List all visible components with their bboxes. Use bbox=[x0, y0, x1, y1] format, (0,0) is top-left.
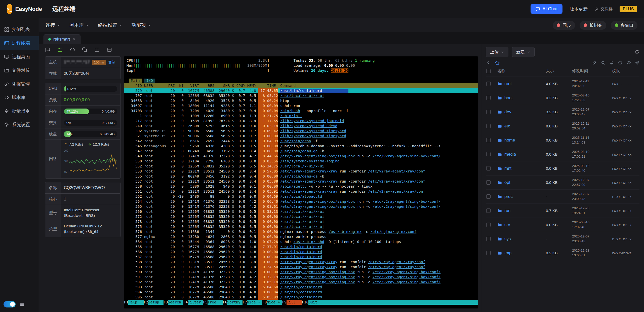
process-row-547[interactable]: 547 root 20 0 80248 3456 3192 S 0.0 0.4 … bbox=[127, 149, 475, 154]
status-chip-同步[interactable]: 同步 bbox=[553, 21, 575, 30]
file-row-media[interactable]: media0.0 KB2025-08-1017:02:21rwxr-xr-x bbox=[486, 147, 639, 161]
file-name[interactable]: home bbox=[504, 138, 515, 143]
row-checkbox[interactable] bbox=[486, 180, 491, 185]
fkey-action-Nice+[interactable]: Nice + bbox=[267, 300, 282, 305]
edit-icon[interactable] bbox=[592, 60, 597, 65]
path-link[interactable]: /etc/v2ray-agent/xray/conf bbox=[368, 265, 425, 269]
process-row-552[interactable]: 552 root 20 0 1256M 63832 35320 S 0.0 6.… bbox=[127, 164, 475, 169]
process-row-572[interactable]: 572 root 20 0 1256M 63832 35320 S 0.0 6.… bbox=[127, 214, 475, 219]
path-link[interactable]: /lib/systemd/systemd-timesyncd bbox=[280, 134, 346, 138]
status-chip-长指令[interactable]: 长指令 bbox=[580, 21, 606, 30]
row-checkbox[interactable] bbox=[486, 166, 491, 170]
path-link[interactable]: /etc/v2ray-agent/sing-box/sing-box bbox=[280, 280, 355, 284]
process-row-566[interactable]: 566 root 20 0 1256M 63832 35320 S 0.0 6.… bbox=[127, 209, 475, 214]
process-row-545[interactable]: 545 messagebus 20 0 9268 4936 4308 S 0.0… bbox=[127, 144, 475, 149]
column-header-3[interactable]: 权限 bbox=[612, 68, 639, 74]
file-name[interactable]: run bbox=[504, 208, 511, 213]
column-header-0[interactable]: 名称 bbox=[497, 68, 546, 74]
process-row-564[interactable]: 564 root 20 0 1241M 41376 32328 S 0.0 4.… bbox=[127, 199, 475, 204]
file-name[interactable]: boot bbox=[504, 95, 513, 100]
path-link[interactable]: /etc/nginx/nginx.conf bbox=[370, 230, 416, 234]
menu-3[interactable]: 功能项 bbox=[132, 22, 151, 28]
gear-icon[interactable] bbox=[635, 60, 639, 65]
sidebar-item-terminal[interactable]: 远程终端 bbox=[0, 36, 39, 50]
search-icon[interactable] bbox=[601, 60, 605, 65]
file-row-dev[interactable]: dev3.2 KB2025-12-0723:00:47rwxr-xr-x bbox=[486, 105, 639, 119]
status-chip-多窗口[interactable]: 多窗口 bbox=[611, 21, 637, 30]
path-link[interactable]: /etc/v2ray-agent/sing-box/sing-box bbox=[280, 199, 355, 203]
path-link[interactable]: /lib/systemd/systemd-timesyncd bbox=[280, 129, 346, 133]
path-link[interactable]: /sbin/agetty bbox=[280, 184, 307, 188]
process-row-589[interactable]: 589 root 20 0 1231M 33512 24560 S 0.0 3.… bbox=[127, 264, 475, 269]
process-row-561[interactable]: 561 root 20 0 1231M 33512 24560 S 0.0 3.… bbox=[127, 189, 475, 194]
process-row-550[interactable]: 550 root 20 0 17184 7796 6768 S 0.0 0.8 … bbox=[127, 159, 475, 164]
path-link[interactable]: /etc/v2ray-agent/xray/xray bbox=[280, 260, 337, 264]
path-link[interactable]: /usr/sbin/qemu-ga bbox=[280, 149, 317, 153]
row-checkbox[interactable] bbox=[486, 96, 491, 100]
refresh-files-icon[interactable] bbox=[634, 50, 639, 55]
theme-toggle[interactable] bbox=[4, 301, 16, 307]
path-link[interactable]: /usr/local/x-ui/x-ui bbox=[280, 210, 324, 214]
fkey-action-SortBy[interactable]: SortBy bbox=[227, 300, 243, 305]
path-link[interactable]: /usr/local/x-ui/x-ui bbox=[280, 94, 324, 98]
process-row-590[interactable]: 590 root 20 0 1241M 41376 32328 S 0.0 4.… bbox=[127, 269, 475, 274]
row-checkbox[interactable] bbox=[486, 82, 491, 86]
process-row-584[interactable]: 584 root 20 0 15444 9364 8028 S 0.0 1.0 … bbox=[127, 239, 475, 244]
process-row-585[interactable]: 585 root 20 0 1677M 46588 29640 S 0.0 4.… bbox=[127, 244, 475, 249]
htop-column-header[interactable]: PID USER PRI NI VIRT RES SHR S CPU% MEM%… bbox=[124, 83, 478, 88]
close-tab-icon[interactable] bbox=[72, 38, 76, 41]
file-row-opt[interactable]: opt0.0 KB2025-12-0722:57:09rwxr-xr-x bbox=[486, 176, 639, 190]
process-row-240[interactable]: 240 root 20 0 26308 5752 4616 S 0.0 0.6 … bbox=[127, 123, 475, 128]
process-row-553[interactable]: 553 root 20 0 1231M 33512 24560 S 0.0 3.… bbox=[127, 169, 475, 174]
path-link[interactable]: /usr/local/x-ui/x-ui bbox=[280, 220, 324, 224]
row-checkbox[interactable] bbox=[486, 251, 491, 255]
sidebar-item-desktop[interactable]: 远程桌面 bbox=[0, 50, 39, 63]
path-link[interactable]: /etc/v2ray-agent/xray/xray bbox=[280, 189, 337, 193]
swap-icon[interactable] bbox=[609, 60, 614, 65]
process-row-579[interactable]: 579 root 20 0 1677M 46588 29640 S 0.7 4.… bbox=[124, 88, 478, 93]
community-link[interactable]: 交流群 bbox=[595, 6, 613, 12]
process-row-592[interactable]: 592 root 20 0 1241M 41376 32328 S 0.0 4.… bbox=[127, 280, 475, 285]
path-link[interactable]: /etc/v2ray-agent/sing-box/sing-box bbox=[280, 204, 355, 209]
path-link[interactable]: /bin/bash bbox=[280, 109, 300, 113]
row-checkbox[interactable] bbox=[486, 223, 491, 227]
path-link[interactable]: /etc/v2ray-agent/xray/conf bbox=[368, 179, 425, 183]
row-checkbox[interactable] bbox=[486, 138, 491, 142]
process-row-302[interactable]: 302 systemd-ti 20 0 90096 6508 5636 S 0.… bbox=[127, 128, 475, 133]
split-columns-icon[interactable] bbox=[94, 47, 100, 52]
path-link[interactable]: /usr/bin/containerd bbox=[280, 285, 322, 289]
path-link[interactable]: /usr/bin/containerd bbox=[280, 89, 322, 93]
tab-raksmart[interactable]: raksmart bbox=[44, 34, 80, 44]
select-all-checkbox[interactable] bbox=[486, 69, 491, 73]
path-link[interactable]: /usr/bin/containerd bbox=[280, 295, 322, 299]
sidebar-item-grid[interactable]: 实例列表 bbox=[0, 23, 39, 36]
file-name[interactable]: etc bbox=[504, 124, 510, 129]
fkey-action-Nice-[interactable]: Nice - bbox=[247, 300, 262, 305]
file-name[interactable]: media bbox=[504, 152, 516, 157]
path-link[interactable]: /usr/bin/containerd bbox=[280, 290, 322, 294]
copy-icon[interactable] bbox=[82, 47, 87, 52]
split-rows-icon[interactable] bbox=[107, 47, 112, 52]
home-icon[interactable] bbox=[495, 60, 500, 65]
process-row-562[interactable]: 562 root 0 -20 2480 88 0 S 0.0 0.0 0:04.… bbox=[127, 194, 475, 199]
file-row-root[interactable]: root4.0 KB2025-12-1120:02:55rwx------ bbox=[486, 77, 639, 91]
path-link[interactable]: /etc/v2ray-agent/sing-box/conf/ bbox=[373, 280, 441, 284]
path-link[interactable]: /lib/systemd/systemd-logind bbox=[280, 159, 340, 163]
file-row-home[interactable]: home0.0 KB2025-11-1413:14:03rwxr-xr-x bbox=[486, 133, 639, 147]
process-row-321[interactable]: 321 systemd-ti 20 0 90096 6508 5636 S 0.… bbox=[127, 133, 475, 138]
process-row-573[interactable]: 573 root 20 0 1256M 63832 35320 S 0.0 6.… bbox=[127, 219, 475, 224]
process-row-1[interactable]: 1 root 20 0 100M 12280 8900 S 0.0 1.3 0:… bbox=[127, 113, 475, 118]
path-link[interactable]: /usr/bin/containerd bbox=[280, 245, 322, 249]
menu-2[interactable]: 终端设置 bbox=[98, 22, 123, 28]
process-row-34697[interactable]: 34697 root 20 0 18004 11144 9288 S 0.7 1… bbox=[127, 103, 475, 108]
sidebar-item-key[interactable]: 凭据管理 bbox=[0, 77, 39, 91]
path-link[interactable]: /usr/sbin/qemu-ga bbox=[280, 174, 317, 178]
file-row-sys[interactable]: sys-2025-12-0723:00:43r-xr-xr-x bbox=[486, 232, 639, 246]
process-row-548[interactable]: 548 root 20 0 1241M 41376 32328 S 0.0 4.… bbox=[127, 154, 475, 159]
file-row-srv[interactable]: srv0.0 KB2025-08-1017:02:40rwxr-xr-x bbox=[486, 218, 639, 232]
htop-screen-tabs[interactable]: Main I/O bbox=[127, 78, 475, 83]
fkey-action-Setup[interactable]: Setup bbox=[148, 300, 164, 305]
path-link[interactable]: /etc/v2ray-agent/sing-box/sing-box bbox=[280, 154, 355, 158]
process-row-576[interactable]: 576 root 20 0 11636 1344 0 S 0.0 0.1 0:0… bbox=[127, 229, 475, 234]
file-row-etc[interactable]: etc8.0 KB2025-12-1120:02:54rwxr-xr-x bbox=[486, 119, 639, 133]
